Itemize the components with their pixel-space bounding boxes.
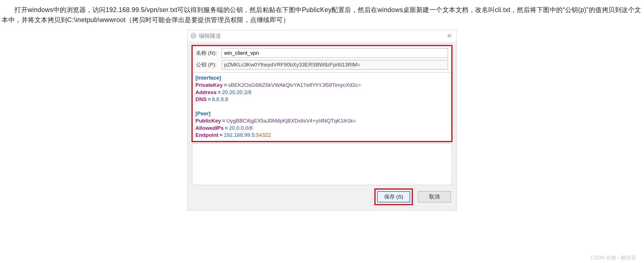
name-row: 名称 (N): bbox=[193, 46, 451, 58]
dialog-title: 编辑隧道 bbox=[199, 31, 221, 40]
highlighted-config-area: 名称 (N): 公钥 (P): [Interface] PrivateKey=s… bbox=[192, 45, 452, 142]
peer-publickey-value: UygBBCi6gEX5aJ0hMpKjBXDxltsV4+yI4NQTqK1i… bbox=[226, 118, 356, 124]
watermark-text: CSDN @糖～醋排骨 bbox=[590, 254, 636, 262]
config-textarea[interactable]: [Interface] PrivateKey=sBEK2OsG68iZ6kVWA… bbox=[193, 72, 451, 141]
dialog-wrapper: 编辑隧道 名称 (N): 公钥 (P): [Interface] Private… bbox=[0, 30, 644, 211]
address-ip: 20.20.20.2 bbox=[222, 89, 247, 95]
save-highlight-box: 保存 (S) bbox=[374, 188, 413, 205]
interface-header: [Interface] bbox=[195, 75, 221, 81]
dialog-button-row: 保存 (S) 取消 bbox=[188, 188, 456, 210]
name-label: 名称 (N): bbox=[196, 49, 222, 57]
empty-lower-panel bbox=[192, 143, 452, 185]
name-input[interactable] bbox=[222, 48, 448, 58]
dialog-titlebar: 编辑隧道 bbox=[188, 30, 456, 42]
save-button[interactable]: 保存 (S) bbox=[377, 191, 410, 202]
gear-icon bbox=[190, 33, 197, 39]
dns-label: DNS bbox=[195, 96, 207, 102]
allowedips-cidr: 8 bbox=[250, 125, 253, 131]
peer-header: [Peer] bbox=[195, 111, 210, 116]
peer-publickey-label: PublicKey bbox=[195, 118, 221, 124]
close-icon[interactable] bbox=[445, 32, 454, 40]
privatekey-label: PrivateKey bbox=[195, 82, 223, 88]
endpoint-label: Endpoint bbox=[195, 132, 218, 138]
cancel-button[interactable]: 取消 bbox=[418, 191, 451, 202]
svg-point-0 bbox=[193, 35, 194, 37]
endpoint-port: 54322 bbox=[256, 132, 271, 138]
dns-value: 8.8.8.8 bbox=[212, 96, 228, 102]
pubkey-label: 公钥 (P): bbox=[196, 61, 222, 69]
edit-tunnel-dialog: 编辑隧道 名称 (N): 公钥 (P): [Interface] Private… bbox=[187, 30, 457, 211]
allowedips-label: AllowedIPs bbox=[195, 125, 224, 131]
address-label: Address bbox=[195, 89, 217, 95]
endpoint-ip: 192.168.99.5 bbox=[224, 132, 255, 138]
privatekey-value: sBEK2OsG68iZ6kVWAkQlvYA17e8YhYJl59TimycX… bbox=[228, 82, 361, 88]
instruction-paragraph: 打开windows中的浏览器，访问192.168.99.5/vpn/ser.tx… bbox=[0, 0, 644, 30]
pubkey-row: 公钥 (P): bbox=[193, 58, 451, 72]
allowedips-ip: 20.0.0.0 bbox=[229, 125, 248, 131]
pubkey-input[interactable] bbox=[222, 60, 448, 70]
address-cidr: 8 bbox=[248, 89, 251, 95]
instruction-text: 打开windows中的浏览器，访问192.168.99.5/vpn/ser.tx… bbox=[2, 6, 641, 23]
